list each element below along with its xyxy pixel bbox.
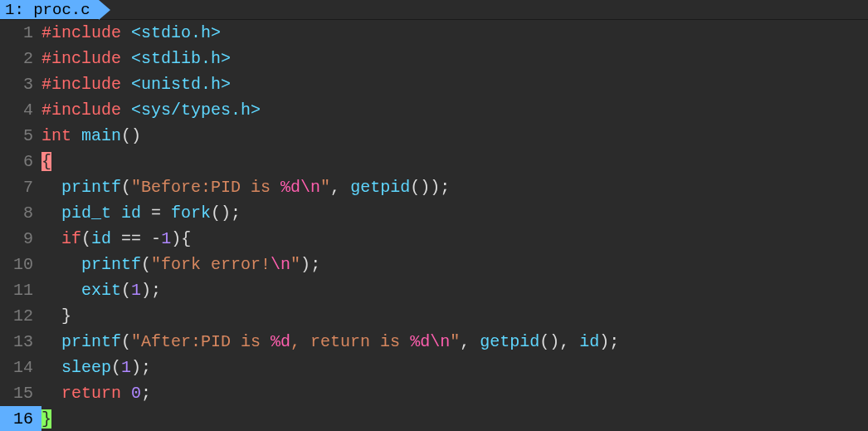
line-number: 7 [0,174,41,200]
line-number: 12 [0,303,41,329]
line-number: 14 [0,355,41,380]
line-number: 11 [0,277,41,303]
code-line[interactable]: 11 exit(1); [0,277,868,303]
code-line[interactable]: 8 pid_t id = fork(); [0,200,868,226]
line-number: 8 [0,200,41,226]
line-number: 6 [0,149,41,174]
line-content: int main() [41,123,868,149]
line-content: #include <unistd.h> [41,71,868,97]
tab-bar: 1: proc.c [0,0,868,20]
code-area[interactable]: 1#include <stdio.h>2#include <stdlib.h>3… [0,20,868,431]
line-content: sleep(1); [41,355,868,380]
code-line[interactable]: 7 printf("Before:PID is %d\n", getpid())… [0,174,868,200]
code-line[interactable]: 15 return 0; [0,380,868,406]
tab-active[interactable]: 1: proc.c [0,0,99,19]
code-editor: 1: proc.c 1#include <stdio.h>2#include <… [0,0,868,431]
line-number: 16 [0,406,41,431]
line-content: printf("fork error!\n"); [41,252,868,277]
line-content: } [41,303,868,329]
line-content: pid_t id = fork(); [41,200,868,226]
code-line[interactable]: 2#include <stdlib.h> [0,46,868,71]
line-content: #include <stdio.h> [41,20,868,46]
line-content: { [41,149,868,174]
line-number: 10 [0,252,41,277]
code-line[interactable]: 3#include <unistd.h> [0,71,868,97]
tab-filename: proc.c [33,1,90,19]
line-content: if(id == -1){ [41,226,868,252]
code-line[interactable]: 5int main() [0,123,868,149]
line-content: #include <stdlib.h> [41,46,868,71]
tab-index: 1: [5,1,24,19]
line-number: 3 [0,71,41,97]
code-line[interactable]: 12 } [0,303,868,329]
code-line[interactable]: 10 printf("fork error!\n"); [0,252,868,277]
line-content: return 0; [41,380,868,406]
code-line[interactable]: 1#include <stdio.h> [0,20,868,46]
code-line[interactable]: 4#include <sys/types.h> [0,97,868,123]
line-content: } [41,406,868,431]
code-line[interactable]: 6{ [0,149,868,174]
line-number: 13 [0,329,41,355]
code-line[interactable]: 9 if(id == -1){ [0,226,868,252]
line-content: printf("After:PID is %d, return is %d\n"… [41,329,868,355]
line-number: 1 [0,20,41,46]
line-content: exit(1); [41,277,868,303]
line-content: printf("Before:PID is %d\n", getpid()); [41,174,868,200]
code-line[interactable]: 16} [0,406,868,431]
line-number: 5 [0,123,41,149]
line-number: 15 [0,380,41,406]
line-number: 4 [0,97,41,123]
line-content: #include <sys/types.h> [41,97,868,123]
line-number: 9 [0,226,41,252]
code-line[interactable]: 14 sleep(1); [0,355,868,380]
line-number: 2 [0,46,41,71]
code-line[interactable]: 13 printf("After:PID is %d, return is %d… [0,329,868,355]
